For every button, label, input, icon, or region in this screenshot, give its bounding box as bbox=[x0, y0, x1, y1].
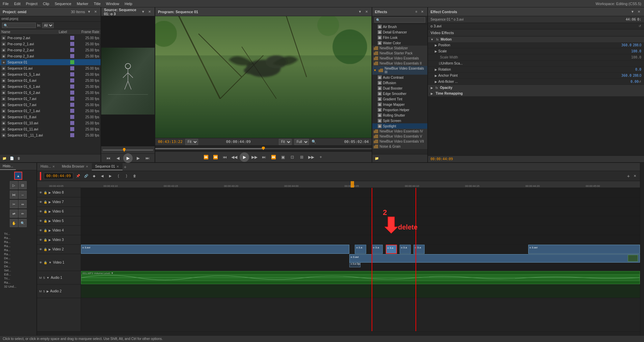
clip-small-1[interactable]: o 3.a bbox=[355, 245, 366, 254]
program-add-btn[interactable]: + bbox=[317, 153, 325, 161]
program-add-more-btn[interactable]: ▶▶ bbox=[307, 153, 315, 161]
timeline-current-time[interactable]: 00:00:44:09 bbox=[44, 173, 73, 179]
track-row-audio2[interactable] bbox=[81, 285, 640, 298]
program-rewind-btn[interactable]: ◀◀ bbox=[230, 153, 238, 161]
history-item[interactable]: Edi... bbox=[3, 272, 34, 276]
cat-newblue-ve5[interactable]: NewBlue Video Essentials V bbox=[372, 134, 427, 139]
effects-new-folder-btn[interactable]: 📁 bbox=[374, 156, 380, 161]
track-row-video4[interactable] bbox=[81, 226, 640, 235]
history-item[interactable]: De... bbox=[3, 260, 34, 264]
menu-clip[interactable]: Clip bbox=[43, 2, 49, 6]
clip-o3avi-v2-right[interactable]: o 3.avi bbox=[528, 245, 640, 254]
track-solo-icon[interactable]: S bbox=[43, 290, 45, 293]
menu-project[interactable]: Project bbox=[26, 2, 37, 6]
file-list-item[interactable]: ▣ Sequence 01_7_1.avi 25.00 fps bbox=[0, 108, 101, 114]
selection-tool-btn[interactable]: ▲ bbox=[14, 172, 22, 180]
track-solo-icon[interactable]: S bbox=[43, 276, 45, 279]
timeline-scrollbar[interactable] bbox=[37, 331, 640, 335]
timeline-add-track-btn[interactable]: + bbox=[627, 173, 630, 179]
effect-auto-contrast[interactable]: ▦ Auto Contrast bbox=[372, 75, 427, 80]
track-lock-icon[interactable]: 🔒 bbox=[44, 200, 47, 204]
history-item[interactable]: Tri... bbox=[3, 276, 34, 280]
cat-newblue-ve[interactable]: NewBlue Video Essentials bbox=[372, 56, 427, 61]
effect-diffusion[interactable]: ▦ Diffusion bbox=[372, 80, 427, 86]
track-eye-icon[interactable]: 👁 bbox=[39, 261, 42, 264]
history-item[interactable]: Ra... bbox=[3, 244, 34, 248]
file-list-item[interactable]: ▣ Sequence 01 _11_1.avi 25.00 fps bbox=[0, 132, 101, 138]
track-eye-icon[interactable]: 👁 bbox=[39, 229, 42, 232]
menu-title[interactable]: Title bbox=[94, 2, 101, 6]
history-item[interactable]: Ra... bbox=[3, 252, 34, 256]
track-row-audio1[interactable]: 001.MP3 Volume:Level ▼ bbox=[81, 271, 640, 285]
file-list-item[interactable]: ◈ Sequence 01 bbox=[0, 59, 101, 65]
effect-item-film-look[interactable]: ▦ Film Look bbox=[372, 35, 427, 40]
track-lock-icon[interactable]: 🔒 bbox=[44, 210, 47, 213]
effect-dual-booster[interactable]: ▦ Dual Booster bbox=[372, 86, 427, 91]
ec-time-remap-section[interactable]: ▶ Time Remapping bbox=[428, 91, 644, 96]
scale-width-value[interactable]: 100.0 bbox=[631, 55, 641, 59]
program-panel-menu-btn[interactable]: ▼ bbox=[357, 9, 363, 14]
cat-newblue-ve7[interactable]: NewBlue Video Essentials VII bbox=[372, 139, 427, 144]
clip-selected-1[interactable]: o 3.a bbox=[386, 245, 397, 254]
effects-panel-close-btn[interactable]: ✕ bbox=[420, 9, 425, 14]
track-expand-icon[interactable]: ▶ bbox=[49, 200, 51, 204]
clip-small-4[interactable]: o 3.a bbox=[413, 245, 425, 254]
ec-opacity-section[interactable]: ▶ fx Opacity bbox=[428, 85, 644, 91]
effect-split-screen[interactable]: ▦ Split Screen bbox=[372, 118, 427, 123]
slip-tool-btn[interactable]: ⇔ bbox=[19, 200, 27, 208]
track-select-btn[interactable]: ▷ bbox=[10, 181, 18, 189]
project-panel-close-btn[interactable]: ✕ bbox=[93, 9, 98, 14]
file-list-item[interactable]: ▣ Sequence 01_10.avi 25.00 fps bbox=[0, 120, 101, 126]
file-list-item[interactable]: ▣ Pre-comp 2_1.avi 25.00 fps bbox=[0, 41, 101, 47]
razor-btn[interactable]: ✂ bbox=[10, 200, 18, 208]
menu-window[interactable]: Window bbox=[106, 2, 119, 6]
clip-audio1[interactable] bbox=[81, 271, 640, 284]
timeline-marker-next-btn[interactable]: ▶ bbox=[107, 173, 114, 179]
timeline-tab-media-browser[interactable]: Media Browser✕ bbox=[58, 163, 92, 170]
file-list-item[interactable]: ▣ Sequence 01_8.avi 25.00 fps bbox=[0, 114, 101, 120]
slide-tool-btn[interactable]: ⇄ bbox=[10, 210, 18, 218]
track-row-video1[interactable]: o 3.a Opacity:Opacity ▶ o 3.avi bbox=[81, 254, 640, 271]
history-item[interactable]: Ra... bbox=[3, 248, 34, 252]
cat-newblue-ve2[interactable]: NewBlue Video Essentials II bbox=[372, 61, 427, 66]
timeline-tab-sequence01[interactable]: Sequence 01✕ bbox=[92, 163, 123, 170]
file-list-item[interactable]: ▣ Pre-comp 2_3.avi 25.00 fps bbox=[0, 53, 101, 59]
effects-search-input[interactable] bbox=[374, 17, 425, 23]
in-select[interactable]: All bbox=[42, 23, 54, 28]
track-eye-icon[interactable]: 👁 bbox=[39, 191, 42, 194]
track-row-video5[interactable] bbox=[81, 216, 640, 226]
file-list-item[interactable]: ▣ Sequence 01_6_1.avi 25.00 fps bbox=[0, 83, 101, 90]
file-list-item[interactable]: ▣ Sequence 01_6_2.avi 25.00 fps bbox=[0, 90, 101, 96]
new-bin-btn[interactable]: 📁 bbox=[1, 156, 7, 161]
track-row-video6[interactable] bbox=[81, 207, 640, 216]
history-item[interactable]: De... bbox=[3, 256, 34, 260]
add-sequence-btn[interactable]: + bbox=[124, 164, 127, 170]
effect-item-water-color[interactable]: ▦ Water Color bbox=[372, 40, 427, 46]
track-eye-icon[interactable]: 👁 bbox=[39, 219, 42, 223]
rate-stretch-btn[interactable]: ↔ bbox=[19, 191, 27, 199]
timeline-add-marker-btn[interactable]: ◆ bbox=[91, 173, 98, 179]
effect-rolling-shutter[interactable]: ▦ Rolling Shutter bbox=[372, 113, 427, 118]
delete-item-btn[interactable]: 🗑 bbox=[16, 156, 22, 161]
project-panel-menu-btn[interactable]: ▼ bbox=[86, 9, 92, 14]
timeline-set-out-btn[interactable]: } bbox=[123, 173, 130, 179]
track-eye-icon[interactable]: 👁 bbox=[39, 210, 42, 213]
history-item[interactable]: De... bbox=[3, 264, 34, 268]
history-item[interactable]: Set... bbox=[3, 268, 34, 272]
effect-gradient-tint[interactable]: ▦ Gradient Tint bbox=[372, 96, 427, 102]
effect-image-mapper[interactable]: ▦ Image Mapper bbox=[372, 102, 427, 107]
cat-newblue-ve4[interactable]: NewBlue Video Essentials IV bbox=[372, 129, 427, 134]
cat-noise-grain[interactable]: Noise & Grain bbox=[372, 144, 427, 149]
clip-small-2[interactable]: o 3.a bbox=[372, 245, 383, 254]
program-fit-select2[interactable]: Fit bbox=[279, 139, 292, 145]
program-ff-btn[interactable]: ▶▶ bbox=[250, 153, 259, 161]
effect-edge-smoother[interactable]: ▦ Edge Smoother bbox=[372, 91, 427, 96]
track-row-video7[interactable] bbox=[81, 197, 640, 207]
history-item[interactable]: Tri... bbox=[3, 232, 34, 236]
program-lift-btn[interactable]: ⊞ bbox=[298, 153, 306, 161]
ec-panel-close-btn[interactable]: ✕ bbox=[637, 9, 641, 14]
history-tab[interactable]: Histo... bbox=[0, 163, 16, 170]
clip-main-v1[interactable]: o 3.avi bbox=[349, 254, 640, 263]
zoom-tool-btn[interactable]: 🔍 bbox=[19, 219, 27, 227]
source-panel-close-btn[interactable]: ✕ bbox=[147, 9, 152, 14]
